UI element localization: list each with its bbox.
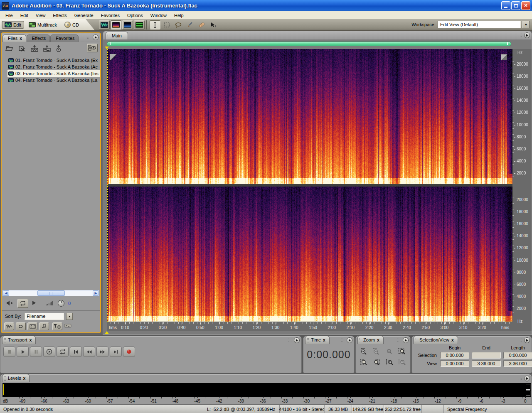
show-midi-files-icon[interactable] <box>39 322 49 330</box>
tab-levels[interactable]: Levelsx <box>2 374 30 382</box>
zoom-in-to-left-edge-button[interactable] <box>359 358 370 366</box>
play-button[interactable] <box>17 347 29 357</box>
zoom-in-to-right-edge-button[interactable] <box>372 358 382 366</box>
scroll-right-icon[interactable]: ▶ <box>93 290 99 296</box>
zoom-in-vertically-button[interactable] <box>384 358 395 366</box>
volume-bars-icon[interactable] <box>46 300 54 306</box>
rewind-button[interactable] <box>83 347 95 357</box>
menu-view[interactable]: View <box>32 12 49 18</box>
file-list-item[interactable]: 03. Franz Tornado - Suck A Bazooka (Ins <box>7 70 100 77</box>
go-to-end-button[interactable] <box>110 347 122 357</box>
main-panel-menu-button[interactable] <box>524 32 530 38</box>
auto-play-icon[interactable] <box>6 300 14 307</box>
zoom-out-vertically-button[interactable] <box>397 358 407 366</box>
frequency-ruler[interactable]: Hz 2000018000160001400012000100008000600… <box>512 49 532 331</box>
lasso-selection-tool-button[interactable] <box>173 20 184 30</box>
marquee-selection-tool-button[interactable] <box>161 20 172 30</box>
menu-help[interactable]: Help <box>170 12 187 18</box>
close-button[interactable]: ✕ <box>521 1 530 10</box>
show-video-files-icon[interactable] <box>27 322 37 330</box>
levels-panel-menu-button[interactable] <box>524 376 530 381</box>
close-tab-icon[interactable]: x <box>20 36 22 41</box>
pause-button[interactable] <box>30 347 42 357</box>
view-length-field[interactable]: 3:36.000 <box>503 360 532 367</box>
tab-effects[interactable]: Effects <box>27 34 50 42</box>
record-button[interactable] <box>123 347 135 357</box>
level-meter[interactable] <box>2 383 531 397</box>
menu-options[interactable]: Options <box>123 12 147 18</box>
spectrogram-left-channel[interactable] <box>107 49 512 184</box>
sort-by-dropdown-icon[interactable]: ▼ <box>66 313 73 320</box>
file-list-item[interactable]: 01. Franz Tornado - Suck A Bazooka (Ex <box>7 57 100 64</box>
file-list-item[interactable]: 02. Franz Tornado - Suck A Bazooka (Ac <box>7 64 100 70</box>
tab-transport[interactable]: Transportx <box>2 336 36 344</box>
volume-value-link[interactable]: 0 <box>68 301 71 306</box>
file-path-icon[interactable] <box>64 323 71 329</box>
selection-handle-top-right[interactable] <box>501 54 507 60</box>
zoom-out-horizontally-button[interactable] <box>372 347 382 356</box>
multitrack-view-button[interactable]: Multitrack <box>26 21 60 29</box>
tab-favorites[interactable]: Favorites <box>50 34 79 42</box>
import-file-icon[interactable] <box>30 45 39 52</box>
menu-edit[interactable]: Edit <box>17 12 32 18</box>
sort-by-value[interactable]: Filename <box>24 313 64 320</box>
selection-end-field[interactable] <box>472 352 501 359</box>
workspace-dropdown-button[interactable]: ▼ <box>522 21 530 28</box>
scrub-tool-button[interactable] <box>208 20 219 30</box>
show-audio-files-icon[interactable] <box>4 322 14 330</box>
playback-cursor[interactable] <box>107 49 108 322</box>
close-tab-icon[interactable]: x <box>323 338 325 342</box>
playhead-bottom-marker[interactable] <box>105 331 109 334</box>
transport-panel-menu-button[interactable] <box>294 337 300 343</box>
filter-options-icon[interactable] <box>52 322 62 330</box>
open-file-icon[interactable] <box>5 45 14 52</box>
menu-file[interactable]: File <box>2 12 17 18</box>
files-horizontal-scrollbar[interactable]: ◀ ▶ <box>2 290 99 296</box>
file-list-item[interactable]: 04. Franz Tornado - Suck A Bazooka (La <box>7 77 100 84</box>
scrollbar-track[interactable] <box>9 290 93 296</box>
go-to-beginning-button[interactable] <box>70 347 82 357</box>
files-panel-menu-button[interactable] <box>93 34 99 40</box>
time-selection-tool-button[interactable] <box>150 20 160 30</box>
play-file-icon[interactable] <box>32 300 36 306</box>
restore-button[interactable] <box>511 1 520 10</box>
scroll-left-icon[interactable]: ◀ <box>3 290 9 296</box>
cd-view-button[interactable]: CD <box>62 20 82 29</box>
loop-playback-button[interactable] <box>17 299 28 308</box>
tab-main[interactable]: Main <box>106 32 128 40</box>
view-begin-field[interactable]: 0:00.000 <box>440 360 469 367</box>
close-file-icon[interactable] <box>17 45 27 52</box>
close-tab-icon[interactable]: x <box>377 338 379 342</box>
clip-indicators[interactable] <box>526 384 530 396</box>
close-tab-icon[interactable]: x <box>451 338 454 342</box>
edit-view-button[interactable]: Edit <box>2 21 24 29</box>
insert-into-cd-icon[interactable] <box>55 45 62 52</box>
spectral-display[interactable] <box>107 49 512 322</box>
zoom-out-full-button[interactable] <box>384 347 395 356</box>
close-tab-icon[interactable]: x <box>30 338 32 342</box>
selection-handle-top-left[interactable] <box>110 54 116 60</box>
spectral-frequency-display-button[interactable] <box>111 20 121 30</box>
effects-paintbrush-tool-button[interactable] <box>185 20 195 30</box>
overview-scrollbar[interactable] <box>107 42 511 46</box>
menu-effects[interactable]: Effects <box>49 12 70 18</box>
title-bar[interactable]: Au Adobe Audition - 03. Franz Tornado - … <box>0 0 532 11</box>
insert-into-multitrack-icon[interactable] <box>42 45 52 52</box>
waveform-display-button[interactable] <box>99 20 110 30</box>
menu-window[interactable]: Window <box>147 12 170 18</box>
minimize-button[interactable] <box>501 1 510 10</box>
tab-time[interactable]: Timex <box>305 336 330 344</box>
close-tab-icon[interactable]: x <box>23 376 26 381</box>
spectral-phase-display-button[interactable] <box>134 20 145 30</box>
tab-zoom[interactable]: Zoomx <box>357 336 384 344</box>
spectral-pan-display-button[interactable] <box>122 20 133 30</box>
zoom-in-horizontally-button[interactable] <box>359 347 370 356</box>
tab-selection-view[interactable]: Selection/Viewx <box>414 336 458 344</box>
workspace-value[interactable]: Edit View (Default) <box>438 21 521 28</box>
zoom-to-selection-button[interactable] <box>397 347 407 356</box>
tab-files[interactable]: Filesx <box>2 34 26 42</box>
zoom-panel-menu-button[interactable] <box>403 337 409 343</box>
time-ruler[interactable]: hms 0:100:200:300:400:501:001:101:201:30… <box>107 322 512 331</box>
selection-length-field[interactable]: 0:00.000 <box>503 352 532 359</box>
fast-forward-button[interactable] <box>96 347 108 357</box>
